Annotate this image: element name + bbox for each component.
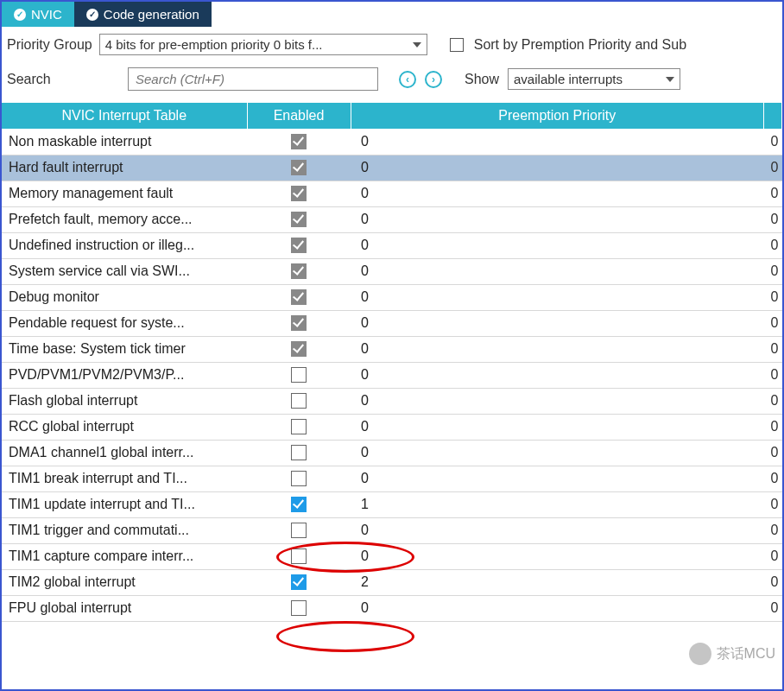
sort-checkbox[interactable] (450, 38, 464, 52)
header-name[interactable]: NVIC Interrupt Table (2, 103, 247, 129)
sub-priority[interactable]: 0 (764, 362, 782, 388)
interrupt-name: Memory management fault (2, 181, 247, 206)
interrupt-name: TIM1 capture compare interr... (2, 543, 247, 569)
preemption-priority[interactable]: 0 (351, 155, 764, 181)
sub-priority[interactable]: 0 (764, 336, 782, 362)
enabled-cell (247, 388, 351, 414)
table-row[interactable]: PVD/PVM1/PVM2/PVM3/P...00 (2, 362, 782, 388)
priority-group-select[interactable]: 4 bits for pre-emption priority 0 bits f… (99, 34, 427, 55)
enabled-checkbox[interactable] (291, 600, 307, 616)
enabled-checkbox[interactable] (291, 548, 307, 564)
sub-priority[interactable]: 0 (764, 440, 782, 466)
preemption-priority[interactable]: 2 (351, 569, 764, 595)
search-input[interactable] (128, 67, 378, 91)
table-row[interactable]: Memory management fault00 (2, 181, 782, 206)
preemption-priority[interactable]: 0 (351, 181, 764, 206)
table-row[interactable]: TIM1 break interrupt and TI...00 (2, 466, 782, 491)
preemption-priority[interactable]: 0 (351, 206, 764, 232)
table-row[interactable]: TIM1 capture compare interr...00 (2, 543, 782, 569)
interrupt-name: PVD/PVM1/PVM2/PVM3/P... (2, 362, 247, 388)
sub-priority[interactable]: 0 (764, 206, 782, 232)
sub-priority[interactable]: 0 (764, 258, 782, 284)
enabled-cell (247, 129, 351, 155)
table-row[interactable]: Time base: System tick timer00 (2, 336, 782, 362)
enabled-checkbox[interactable] (291, 367, 307, 383)
preemption-priority[interactable]: 0 (351, 284, 764, 310)
table-row[interactable]: Pendable request for syste...00 (2, 310, 782, 336)
preemption-priority[interactable]: 0 (351, 336, 764, 362)
sub-priority[interactable]: 0 (764, 517, 782, 543)
enabled-cell (247, 206, 351, 232)
enabled-cell (247, 284, 351, 310)
preemption-priority[interactable]: 0 (351, 440, 764, 466)
sub-priority[interactable]: 0 (764, 129, 782, 155)
enabled-checkbox[interactable] (291, 393, 307, 409)
table-row[interactable]: RCC global interrupt00 (2, 414, 782, 440)
show-label: Show (465, 72, 499, 87)
enabled-checkbox[interactable] (291, 574, 307, 590)
sub-priority[interactable]: 0 (764, 543, 782, 569)
table-row[interactable]: Prefetch fault, memory acce...00 (2, 206, 782, 232)
table-row[interactable]: Debug monitor00 (2, 284, 782, 310)
preemption-priority[interactable]: 0 (351, 388, 764, 414)
preemption-priority[interactable]: 1 (351, 491, 764, 517)
table-row[interactable]: System service call via SWI...00 (2, 258, 782, 284)
sub-priority[interactable]: 0 (764, 414, 782, 440)
sub-priority[interactable]: 0 (764, 388, 782, 414)
search-prev-icon[interactable]: ‹ (399, 71, 416, 88)
sub-priority[interactable]: 0 (764, 181, 782, 206)
tab-codegen[interactable]: ✓ Code generation (74, 2, 212, 27)
preemption-priority[interactable]: 0 (351, 258, 764, 284)
interrupt-name: Debug monitor (2, 284, 247, 310)
interrupt-name: System service call via SWI... (2, 258, 247, 284)
enabled-checkbox (291, 186, 307, 201)
enabled-checkbox[interactable] (291, 523, 307, 538)
watermark-icon (689, 643, 711, 665)
enabled-checkbox (291, 212, 307, 227)
table-row[interactable]: TIM1 update interrupt and TI...10 (2, 491, 782, 517)
preemption-priority[interactable]: 0 (351, 232, 764, 258)
preemption-priority[interactable]: 0 (351, 595, 764, 621)
preemption-priority[interactable]: 0 (351, 466, 764, 491)
enabled-cell (247, 569, 351, 595)
enabled-checkbox (291, 341, 307, 357)
interrupt-name: Prefetch fault, memory acce... (2, 206, 247, 232)
preemption-priority[interactable]: 0 (351, 543, 764, 569)
sub-priority[interactable]: 0 (764, 310, 782, 336)
header-sub[interactable] (764, 103, 782, 129)
table-row[interactable]: Flash global interrupt00 (2, 388, 782, 414)
table-row[interactable]: Non maskable interrupt00 (2, 129, 782, 155)
enabled-checkbox (291, 263, 307, 279)
table-row[interactable]: Hard fault interrupt00 (2, 155, 782, 181)
header-enabled[interactable]: Enabled (247, 103, 351, 129)
enabled-cell (247, 362, 351, 388)
show-select[interactable]: available interrupts (508, 68, 680, 90)
preemption-priority[interactable]: 0 (351, 414, 764, 440)
search-next-icon[interactable]: › (425, 71, 442, 88)
preemption-priority[interactable]: 0 (351, 517, 764, 543)
sub-priority[interactable]: 0 (764, 232, 782, 258)
sub-priority[interactable]: 0 (764, 284, 782, 310)
enabled-checkbox[interactable] (291, 497, 307, 512)
preemption-priority[interactable]: 0 (351, 310, 764, 336)
sub-priority[interactable]: 0 (764, 155, 782, 181)
table-row[interactable]: Undefined instruction or illeg...00 (2, 232, 782, 258)
sub-priority[interactable]: 0 (764, 569, 782, 595)
enabled-checkbox[interactable] (291, 471, 307, 486)
table-row[interactable]: FPU global interrupt00 (2, 595, 782, 621)
enabled-checkbox[interactable] (291, 445, 307, 460)
enabled-checkbox[interactable] (291, 419, 307, 434)
table-row[interactable]: TIM2 global interrupt20 (2, 569, 782, 595)
header-preemption[interactable]: Preemption Priority (351, 103, 764, 129)
sub-priority[interactable]: 0 (764, 491, 782, 517)
preemption-priority[interactable]: 0 (351, 129, 764, 155)
enabled-cell (247, 258, 351, 284)
interrupt-name: TIM1 trigger and commutati... (2, 517, 247, 543)
sub-priority[interactable]: 0 (764, 466, 782, 491)
table-row[interactable]: DMA1 channel1 global interr...00 (2, 440, 782, 466)
tab-nvic[interactable]: ✓ NVIC (2, 2, 74, 27)
table-row[interactable]: TIM1 trigger and commutati...00 (2, 517, 782, 543)
sub-priority[interactable]: 0 (764, 595, 782, 621)
check-circle-icon: ✓ (86, 9, 98, 21)
preemption-priority[interactable]: 0 (351, 362, 764, 388)
